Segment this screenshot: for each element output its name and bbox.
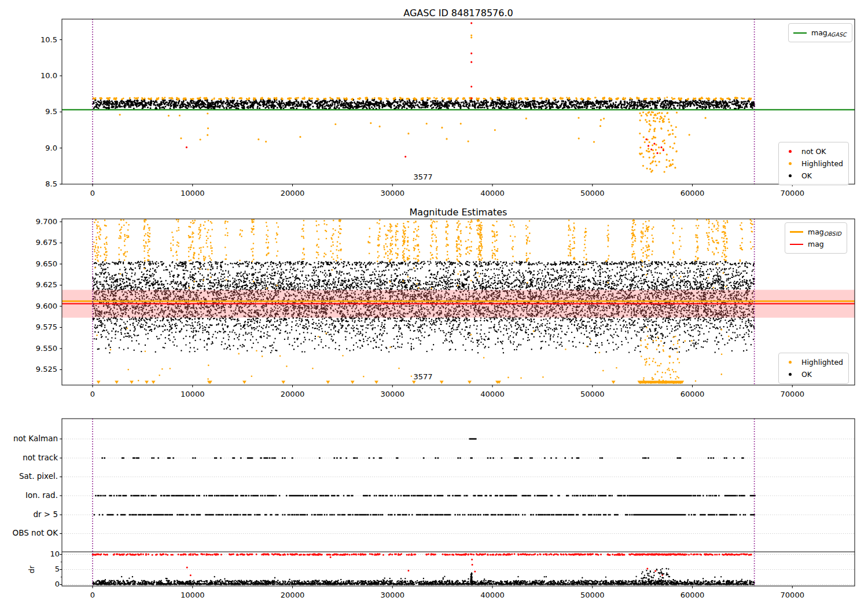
y-tick-label-plot1: 9.0 [20,144,57,152]
x-tick-label: 30000 [369,189,415,197]
legend-highlighted-label: Highlighted [801,159,843,168]
mag-obsid-line-swatch [790,231,803,233]
x-tick-label: 50000 [569,189,616,197]
y-tick-label-plot2: 9.700 [20,217,57,226]
legend-plot2-flags[interactable]: Highlighted OK [778,353,849,384]
not-ok-marker [789,150,792,153]
y-tick-label-plot1: 9.5 [20,107,57,116]
figure-canvas [0,0,868,608]
x-tick-label: 30000 [369,390,415,398]
y-tick-label-plot2: 9.550 [20,344,57,353]
x-tick-label: 10000 [170,390,216,398]
x-tick-label: 10000 [170,189,216,197]
row-label-dr-gt-5: dr > 5 [0,510,58,519]
row-label-sat-pixel: Sat. pixel. [0,471,58,481]
x-tick-label: 60000 [670,189,716,197]
y-tick-label-plot1: 8.5 [20,180,57,188]
row-label-not-kalman: not Kalman [0,434,58,443]
highlighted-marker [789,162,792,165]
x-tick-label: 50000 [569,591,616,599]
highlighted-marker-2 [789,361,792,364]
y-tick-label-plot1: 10.5 [20,35,57,44]
x-tick-label: 0 [69,591,116,599]
y-tick-label-plot2: 9.525 [20,365,57,373]
x-tick-label: 70000 [769,189,815,197]
y-tick-label-plot1: 10.0 [20,71,57,80]
x-tick-label: 40000 [469,189,516,197]
x-tick-label: 40000 [469,591,516,599]
dr-tick-0: 0 [34,580,60,588]
mag-agasc-line-swatch [793,32,807,34]
legend-not-ok-label: not OK [801,147,826,156]
row-label-obs-not-ok: OBS not OK [0,528,58,537]
y-tick-label-plot2: 9.625 [20,280,57,289]
y-tick-label-plot2: 9.575 [20,323,57,331]
plot1-title: AGASC ID 848178576.0 [285,8,632,19]
legend2-ok-label: OK [801,370,812,379]
x-tick-label: 10000 [170,591,216,599]
legend-mag-agasc[interactable]: magAGASC [788,23,852,42]
legend-mag-label: mag [808,240,824,249]
legend-plot2-lines[interactable]: magOBSID mag [785,222,847,254]
x-tick-label: 0 [69,390,116,398]
row-label-not-track: not track [0,453,58,462]
x-tick-label: 30000 [369,591,415,599]
dr-tick-5: 5 [34,565,60,573]
x-tick-label: 70000 [769,591,815,599]
legend2-highlighted-label: Highlighted [801,358,843,367]
obsid-annotation-plot2: 3577 [400,372,446,381]
y-tick-label-plot2: 9.600 [20,302,57,310]
legend-mag-obsid-label: magOBSID [808,228,841,237]
mag-line-swatch [790,244,803,245]
legend-mag-agasc-label: magAGASC [811,28,847,38]
ok-marker-2 [789,373,792,376]
dr-axis-label: dr [27,566,36,574]
x-tick-label: 70000 [769,390,815,398]
x-tick-label: 20000 [270,591,316,599]
row-label-ion-rad: Ion. rad. [0,490,58,500]
x-tick-label: 60000 [670,390,716,398]
x-tick-label: 50000 [569,390,616,398]
y-tick-label-plot2: 9.675 [20,238,57,247]
ok-marker [789,174,792,177]
plot2-title: Magnitude Estimates [285,207,632,218]
x-tick-label: 40000 [469,390,516,398]
x-tick-label: 20000 [270,189,316,197]
legend-plot1-flags[interactable]: not OK Highlighted OK [778,142,849,185]
x-tick-label: 20000 [270,390,316,398]
y-tick-label-plot2: 9.650 [20,259,57,268]
x-tick-label: 0 [69,189,116,197]
obsid-annotation-plot1: 3577 [400,173,446,181]
legend-ok-label: OK [801,171,812,180]
x-tick-label: 60000 [670,591,716,599]
dr-tick-10: 10 [34,550,60,558]
